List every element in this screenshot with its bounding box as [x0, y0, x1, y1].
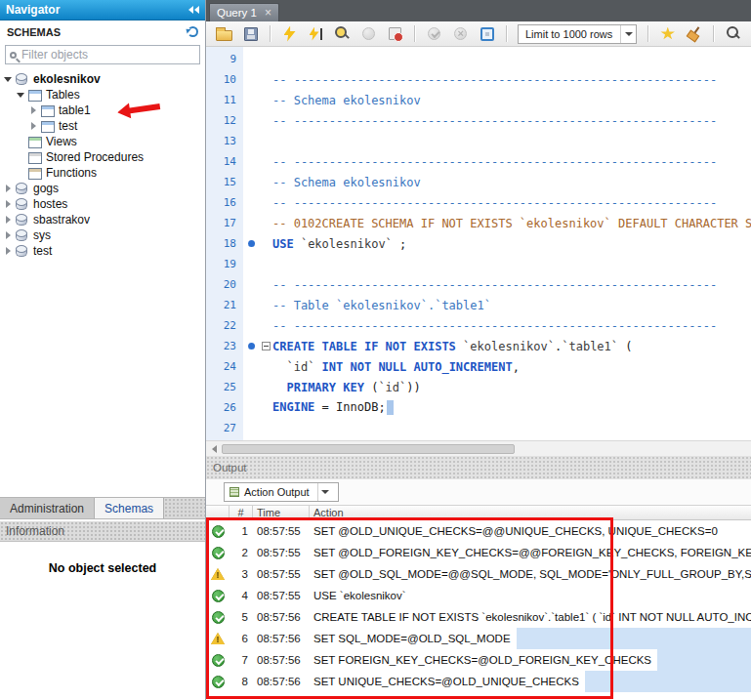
output-col-status[interactable]: [206, 506, 229, 519]
tree-item-views[interactable]: Views: [0, 134, 205, 149]
sql-editor[interactable]: 910-- ----------------------------------…: [206, 47, 751, 440]
editor-line-20[interactable]: 20-- -----------------------------------…: [206, 274, 751, 295]
chevron-left-icon: [188, 6, 193, 14]
tree-item-test[interactable]: test: [0, 118, 205, 134]
output-row-2[interactable]: 208:57:55SET @OLD_FOREIGN_KEY_CHECKS=@@F…: [206, 542, 751, 563]
tree-item-ekolesnikov[interactable]: ekolesnikov: [0, 71, 205, 87]
editor-code-text: -- 0102CREATE SCHEMA IF NOT EXISTS `ekol…: [272, 217, 751, 230]
editor-line-22[interactable]: 22-- -----------------------------------…: [206, 315, 751, 336]
editor-line-24[interactable]: 24 `id` INT NOT NULL AUTO_INCREMENT,: [206, 356, 751, 377]
editor-line-9[interactable]: 9: [206, 49, 751, 69]
find-icon[interactable]: [721, 23, 745, 45]
toggle-autocommit-icon[interactable]: [475, 23, 499, 45]
expand-right-icon[interactable]: [3, 184, 13, 193]
limit-rows-dropdown[interactable]: Limit to 1000 rows: [518, 24, 637, 44]
editor-line-26[interactable]: 26ENGINE = InnoDB;: [206, 397, 751, 418]
expand-down-icon[interactable]: [16, 90, 25, 100]
rollback-icon[interactable]: [448, 23, 473, 45]
output-type-dropdown[interactable]: Action Output: [224, 482, 339, 502]
execute-script-icon[interactable]: [277, 23, 302, 45]
status-cell: [206, 585, 229, 606]
tree-item-functions[interactable]: Functions: [0, 165, 205, 181]
filter-objects-input[interactable]: [21, 48, 195, 62]
output-row-7[interactable]: 708:57:56SET FOREIGN_KEY_CHECKS=@OLD_FOR…: [206, 649, 751, 671]
no-object-selected-text: No object selected: [49, 561, 156, 575]
expand-down-icon[interactable]: [3, 74, 13, 84]
code-segment: PRIMARY KEY: [286, 381, 363, 394]
save-script-icon[interactable]: [238, 23, 263, 45]
editor-line-14[interactable]: 14-- -----------------------------------…: [206, 151, 751, 172]
tree-item-test[interactable]: test: [0, 243, 205, 259]
dropdown-caret-icon[interactable]: [317, 483, 332, 501]
tree-item-hostes[interactable]: hostes: [0, 196, 205, 212]
editor-line-17[interactable]: 17-- 0102CREATE SCHEMA IF NOT EXISTS `ek…: [206, 213, 751, 233]
editor-line-27[interactable]: 27: [206, 418, 751, 438]
row-action: SET @OLD_UNIQUE_CHECKS=@@UNIQUE_CHECKS, …: [310, 520, 724, 542]
commit-icon[interactable]: [422, 23, 446, 45]
tree-item-label: sbastrakov: [33, 213, 90, 226]
editor-line-21[interactable]: 21-- Table `ekolesnikov`.`table1`: [206, 295, 751, 315]
code-segment: ;: [393, 237, 406, 251]
editor-line-11[interactable]: 11-- Schema ekolesnikov: [206, 90, 751, 110]
editor-line-13[interactable]: 13: [206, 131, 751, 151]
status-success-icon: [212, 525, 225, 538]
tab-administration[interactable]: Administration: [0, 498, 95, 518]
output-row-1[interactable]: 108:57:55SET @OLD_UNIQUE_CHECKS=@@UNIQUE…: [206, 520, 751, 542]
show-invisibles-icon[interactable]: [747, 23, 751, 45]
tree-item-gogs[interactable]: gogs: [0, 181, 205, 196]
editor-line-25[interactable]: 25 PRIMARY KEY (`id`)): [206, 377, 751, 397]
expand-right-icon[interactable]: [28, 121, 38, 131]
line-number: 27: [206, 422, 243, 434]
output-row-4[interactable]: 408:57:55USE `ekolesnikov`: [206, 585, 751, 606]
expand-right-icon[interactable]: [28, 105, 38, 115]
expand-right-icon[interactable]: [3, 230, 13, 240]
editor-line-16[interactable]: 16-- -----------------------------------…: [206, 192, 751, 213]
tree-item-tables[interactable]: Tables: [0, 87, 205, 103]
code-segment: `ekolesnikov`: [301, 237, 393, 251]
tab-schemas[interactable]: Schemas: [95, 498, 164, 518]
tab-query-1[interactable]: Query 1 ×: [209, 3, 279, 21]
editor-code-text: PRIMARY KEY (`id`)): [272, 381, 751, 394]
save-snippet-icon[interactable]: [655, 23, 680, 45]
editor-line-12[interactable]: 12-- -----------------------------------…: [206, 110, 751, 131]
code-segment: -- -------------------------------------…: [272, 73, 717, 87]
schema-icon: [15, 214, 29, 226]
output-col-action[interactable]: Action: [310, 506, 751, 519]
close-tab-icon[interactable]: ×: [265, 7, 271, 19]
functions-icon: [27, 167, 42, 180]
expand-right-icon[interactable]: [3, 199, 13, 209]
stop-execution-icon[interactable]: [356, 23, 381, 45]
output-col-number[interactable]: #: [229, 506, 253, 519]
output-row-5[interactable]: 508:57:56CREATE TABLE IF NOT EXISTS `eko…: [206, 606, 751, 628]
editor-line-19[interactable]: 19: [206, 254, 751, 274]
output-row-3[interactable]: 308:57:55SET @OLD_SQL_MODE=@@SQL_MODE, S…: [206, 563, 751, 585]
tree-item-table1[interactable]: table1: [0, 103, 205, 118]
expand-right-icon[interactable]: [3, 246, 13, 256]
beautify-script-icon[interactable]: [682, 23, 706, 45]
horizontal-scrollbar[interactable]: [206, 440, 751, 456]
tree-item-sbastrakov[interactable]: sbastrakov: [0, 212, 205, 227]
stop-on-error-icon[interactable]: [383, 23, 407, 45]
explain-icon[interactable]: [330, 23, 355, 45]
output-col-time[interactable]: Time: [253, 506, 310, 519]
editor-line-15[interactable]: 15-- Schema ekolesnikov: [206, 172, 751, 192]
open-script-icon[interactable]: [212, 23, 236, 45]
row-time: 08:57:55: [253, 585, 310, 606]
scrollbar-thumb[interactable]: [222, 444, 515, 454]
scroll-left-arrow-icon[interactable]: [206, 441, 222, 456]
tree-item-sys[interactable]: sys: [0, 227, 205, 243]
fold-collapse-icon[interactable]: [262, 342, 271, 350]
code-segment: )): [406, 381, 420, 394]
refresh-schemas-icon[interactable]: [188, 26, 198, 37]
dropdown-caret-icon[interactable]: [620, 25, 636, 43]
expand-right-icon[interactable]: [3, 215, 13, 225]
tree-item-stored-procedures[interactable]: Stored Procedures: [0, 149, 205, 165]
editor-line-18[interactable]: 18USE `ekolesnikov` ;: [206, 233, 751, 254]
action-output-list: 108:57:55SET @OLD_UNIQUE_CHECKS=@@UNIQUE…: [206, 520, 751, 700]
collapse-panel-icon[interactable]: [188, 6, 199, 14]
execute-current-statement-icon[interactable]: [304, 23, 328, 45]
editor-line-10[interactable]: 10-- -----------------------------------…: [206, 69, 751, 90]
output-row-6[interactable]: 608:57:56SET SQL_MODE=@OLD_SQL_MODE: [206, 628, 751, 649]
editor-line-23[interactable]: 23CREATE TABLE IF NOT EXISTS `ekolesniko…: [206, 336, 751, 356]
output-row-8[interactable]: 808:57:56SET UNIQUE_CHECKS=@OLD_UNIQUE_C…: [206, 671, 751, 692]
